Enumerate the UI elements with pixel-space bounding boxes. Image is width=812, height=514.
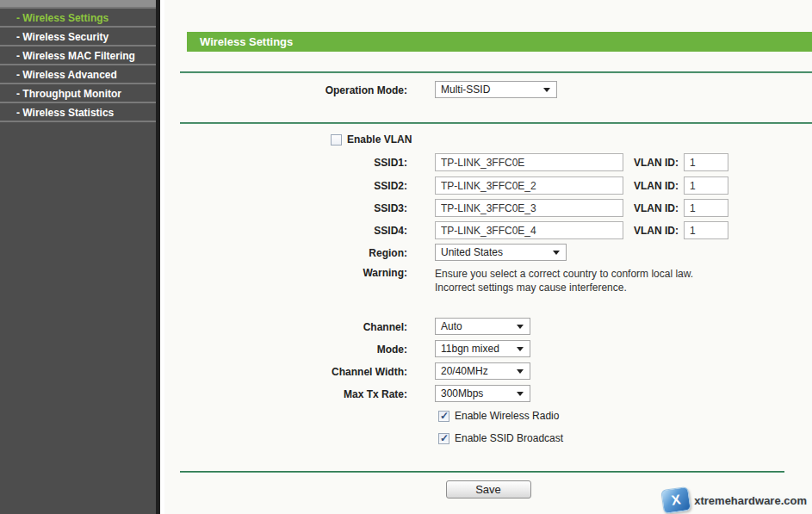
- ssid4-label: SSID4:: [164, 221, 435, 237]
- mode-label: Mode:: [164, 340, 435, 356]
- ssid2-input[interactable]: [435, 176, 623, 195]
- vlan-id-1-label: VLAN ID:: [634, 153, 679, 169]
- chevron-down-icon: [517, 369, 524, 374]
- region-select[interactable]: United States: [435, 244, 567, 261]
- max-tx-rate-row: Max Tx Rate: 300Mbps: [164, 385, 812, 402]
- warning-line-1: Ensure you select a correct country to c…: [435, 267, 693, 281]
- sidebar-item-wireless-advanced[interactable]: - Wireless Advanced: [0, 65, 156, 84]
- mode-select[interactable]: 11bgn mixed: [435, 340, 530, 357]
- mode-row: Mode: 11bgn mixed: [164, 340, 812, 357]
- watermark-text: xtremehardware.com: [694, 494, 807, 507]
- enable-ssid-broadcast-checkbox[interactable]: Enable SSID Broadcast: [438, 432, 563, 444]
- channel-width-row: Channel Width: 20/40MHz: [164, 362, 812, 380]
- operation-mode-value: Multi-SSID: [441, 84, 490, 96]
- save-button[interactable]: Save: [446, 480, 531, 499]
- channel-label: Channel:: [164, 318, 435, 333]
- region-value: United States: [441, 246, 503, 258]
- checkbox-checked-icon[interactable]: [438, 433, 449, 444]
- vlan-id-1-input[interactable]: [684, 153, 728, 171]
- vlan-id-4-input[interactable]: [684, 221, 728, 239]
- separator-line-middle: [180, 122, 812, 124]
- enable-wireless-radio-row: Enable Wireless Radio: [164, 410, 812, 422]
- channel-width-value: 20/40MHz: [441, 365, 488, 377]
- operation-mode-select[interactable]: Multi-SSID: [435, 81, 557, 98]
- enable-ssid-broadcast-label: Enable SSID Broadcast: [455, 432, 563, 444]
- vlan-id-2-input[interactable]: [684, 176, 728, 195]
- max-tx-rate-select[interactable]: 300Mbps: [435, 385, 530, 402]
- enable-vlan-row: Enable VLAN: [164, 133, 812, 146]
- main-content: Wireless Settings Operation Mode: Multi-…: [164, 0, 812, 514]
- operation-mode-row: Operation Mode: Multi-SSID: [164, 81, 812, 98]
- vlan-id-2-label: VLAN ID:: [634, 176, 679, 192]
- sidebar-item-wireless-statistics[interactable]: - Wireless Statistics: [0, 103, 156, 122]
- max-tx-rate-label: Max Tx Rate:: [164, 385, 435, 400]
- ssid3-label: SSID3:: [164, 199, 435, 214]
- chevron-down-icon: [553, 251, 560, 255]
- x-icon: X: [660, 486, 691, 514]
- ssid3-row: SSID3: VLAN ID:: [164, 199, 812, 217]
- chevron-down-icon: [543, 88, 550, 92]
- chevron-down-icon: [517, 392, 524, 396]
- channel-width-select[interactable]: 20/40MHz: [435, 362, 530, 380]
- sidebar-top-strip: [0, 0, 156, 9]
- separator-line-top: [180, 71, 812, 73]
- ssid1-row: SSID1: VLAN ID:: [164, 153, 812, 171]
- vlan-id-3-label: VLAN ID:: [634, 199, 679, 214]
- separator-line-bottom: [180, 471, 784, 473]
- channel-row: Channel: Auto: [164, 318, 812, 335]
- ssid2-row: SSID2: VLAN ID:: [164, 176, 812, 195]
- checkbox-checked-icon[interactable]: [438, 411, 449, 422]
- vlan-id-4-label: VLAN ID:: [634, 221, 679, 237]
- ssid4-input[interactable]: [435, 221, 623, 239]
- enable-wireless-radio-label: Enable Wireless Radio: [455, 410, 559, 422]
- chevron-down-icon: [517, 347, 524, 351]
- sidebar-item-throughput-monitor[interactable]: - Throughput Monitor: [0, 84, 156, 103]
- sidebar-item-wireless-security[interactable]: - Wireless Security: [0, 28, 156, 46]
- vlan-id-3-input[interactable]: [684, 199, 728, 217]
- channel-select[interactable]: Auto: [435, 318, 530, 335]
- channel-width-label: Channel Width:: [164, 362, 435, 378]
- enable-wireless-radio-checkbox[interactable]: Enable Wireless Radio: [438, 410, 559, 422]
- max-tx-rate-value: 300Mbps: [441, 387, 483, 399]
- ssid1-label: SSID1:: [164, 153, 435, 169]
- channel-value: Auto: [441, 320, 462, 332]
- sidebar-item-wireless-settings[interactable]: - Wireless Settings: [0, 9, 156, 28]
- ssid3-input[interactable]: [435, 199, 623, 217]
- checkbox-icon[interactable]: [331, 134, 342, 146]
- watermark-logo: X xtremehardware.com: [662, 488, 807, 512]
- sidebar: Status QSS Network Wireless - Wireless S…: [0, 0, 160, 514]
- operation-mode-label: Operation Mode:: [164, 81, 435, 96]
- warning-line-2: Incorrect settings may cause interferenc…: [435, 281, 693, 294]
- warning-row: Warning: Ensure you select a correct cou…: [164, 263, 812, 294]
- region-row: Region: United States: [164, 244, 812, 261]
- mode-value: 11bgn mixed: [441, 343, 499, 355]
- ssid2-label: SSID2:: [164, 176, 435, 192]
- warning-text: Ensure you select a correct country to c…: [435, 263, 693, 294]
- chevron-down-icon: [517, 325, 524, 329]
- enable-vlan-checkbox[interactable]: Enable VLAN: [331, 133, 412, 146]
- ssid1-input[interactable]: [435, 153, 623, 171]
- warning-label: Warning:: [164, 263, 435, 279]
- region-label: Region:: [164, 244, 435, 259]
- enable-ssid-broadcast-row: Enable SSID Broadcast: [164, 432, 812, 444]
- enable-vlan-label: Enable VLAN: [347, 133, 412, 146]
- sidebar-item-wireless-mac-filtering[interactable]: - Wireless MAC Filtering: [0, 46, 156, 65]
- ssid4-row: SSID4: VLAN ID:: [164, 221, 812, 239]
- page-title: Wireless Settings: [187, 32, 812, 52]
